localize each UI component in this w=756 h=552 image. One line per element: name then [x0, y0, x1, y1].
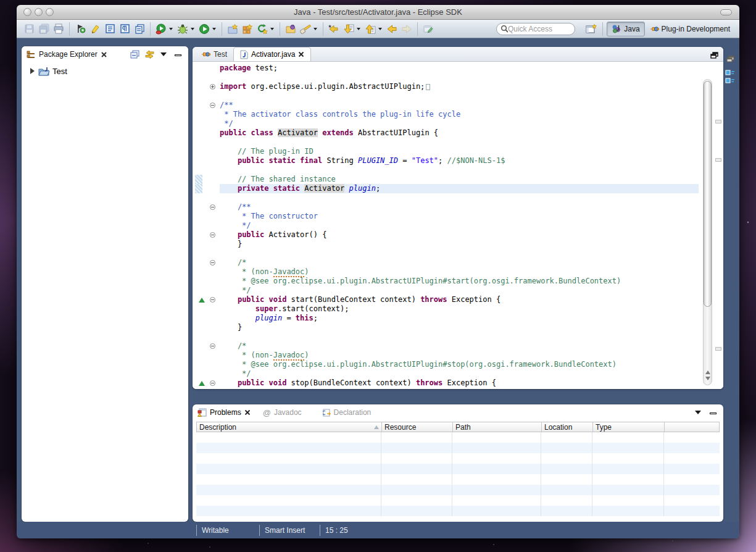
tab-problems[interactable]: Problems	[197, 408, 251, 417]
code-line[interactable]: /**	[193, 203, 699, 212]
fold-toggle-icon[interactable]	[210, 343, 215, 349]
code-line[interactable]	[193, 165, 699, 175]
scrollbar-thumb[interactable]	[704, 81, 712, 307]
override-indicator-icon[interactable]	[199, 298, 205, 303]
code-line[interactable]: // The plug-in ID	[193, 147, 699, 156]
expand-arrow-icon[interactable]	[30, 68, 35, 74]
close-tab-icon[interactable]	[244, 409, 251, 416]
new-wizard-icon[interactable]	[255, 22, 270, 36]
code-editor[interactable]: package test;import org.eclipse.ui.plugi…	[193, 62, 723, 389]
dropdown-arrow-icon[interactable]	[378, 28, 382, 30]
new-feature-project-icon[interactable]	[240, 22, 255, 36]
overview-annotation-mark[interactable]	[715, 120, 721, 123]
code-line[interactable]	[193, 73, 699, 82]
print-icon[interactable]	[51, 22, 66, 36]
tab-declaration[interactable]: Declaration	[323, 408, 372, 417]
scroll-up-arrow-icon[interactable]	[705, 370, 710, 374]
code-line[interactable]: }	[193, 323, 699, 332]
back-icon[interactable]	[384, 22, 399, 36]
show-selected-element-icon[interactable]	[132, 22, 147, 36]
code-line[interactable]: package test;	[193, 64, 699, 73]
debug-icon[interactable]	[175, 22, 190, 36]
perspective-java-button[interactable]: Java	[607, 22, 644, 36]
scroll-down-arrow-icon[interactable]	[705, 377, 710, 380]
dropdown-arrow-icon[interactable]	[357, 28, 360, 30]
save-icon[interactable]	[22, 22, 36, 36]
mark-occurrences-icon[interactable]	[88, 22, 102, 36]
code-line[interactable]	[193, 138, 699, 147]
restore-view-icon[interactable]	[726, 54, 734, 65]
code-line[interactable]	[193, 91, 699, 101]
code-line[interactable]: super.start(context);	[193, 304, 699, 314]
code-line[interactable]: public class Activator extends AbstractU…	[193, 128, 699, 138]
tab-javadoc[interactable]: @ Javadoc	[263, 408, 302, 417]
new-plugin-project-icon[interactable]	[225, 22, 240, 36]
minimize-view-icon[interactable]	[707, 408, 718, 417]
column-header-type[interactable]: Type	[593, 422, 665, 432]
overview-annotation-mark[interactable]	[715, 158, 721, 162]
column-header-blank[interactable]	[665, 422, 719, 432]
table-row[interactable]	[196, 495, 720, 506]
close-view-icon[interactable]	[101, 51, 107, 58]
vertical-scrollbar[interactable]	[703, 79, 712, 385]
previous-annotation-icon[interactable]	[363, 22, 378, 36]
back-to-last-edit-icon[interactable]	[326, 22, 341, 36]
fold-toggle-icon[interactable]	[210, 204, 215, 210]
table-row[interactable]	[196, 432, 720, 443]
code-line[interactable]: */	[193, 119, 699, 128]
column-header-description[interactable]: Description	[197, 422, 382, 432]
code-line[interactable]: // The shared instance	[193, 175, 699, 184]
code-line[interactable]: * (non-Javadoc)	[193, 267, 699, 277]
code-line[interactable]: public void start(BundleContext context)…	[193, 295, 699, 304]
code-line[interactable]: * @see org.eclipse.ui.plugin.AbstractUIP…	[193, 360, 699, 369]
table-row[interactable]	[196, 453, 720, 464]
code-line[interactable]: */	[193, 221, 699, 230]
code-line[interactable]: */	[193, 369, 699, 378]
tree-item-test[interactable]: Test	[30, 65, 188, 77]
dropdown-arrow-icon[interactable]	[314, 28, 317, 30]
code-line[interactable]	[193, 193, 699, 203]
collapse-all-icon[interactable]	[130, 49, 141, 59]
editor-tab-activator[interactable]: Activator.java	[233, 47, 311, 61]
code-line[interactable]	[193, 332, 699, 341]
show-source-icon[interactable]	[102, 22, 117, 36]
show-whitespace-icon[interactable]	[117, 22, 132, 36]
editor-tab-test[interactable]: Test	[195, 47, 233, 61]
toolbar-toggle-icon[interactable]	[720, 9, 732, 15]
column-header-location[interactable]: Location	[542, 422, 593, 432]
code-line[interactable]: private static Activator plugin;	[193, 184, 699, 193]
fold-toggle-icon[interactable]	[210, 84, 215, 90]
view-menu-icon[interactable]	[692, 408, 704, 417]
open-plugin-artifact-icon[interactable]	[283, 22, 298, 36]
fold-toggle-icon[interactable]	[210, 260, 215, 266]
fold-toggle-icon[interactable]	[210, 297, 215, 303]
next-annotation-icon[interactable]	[341, 22, 356, 36]
new-java-class-icon[interactable]	[73, 22, 88, 36]
open-perspective-icon[interactable]	[584, 22, 599, 36]
dropdown-arrow-icon[interactable]	[270, 28, 274, 30]
fold-toggle-icon[interactable]	[210, 380, 215, 386]
code-line[interactable]: /**	[193, 101, 699, 110]
code-line[interactable]: public void stop(BundleContext context) …	[193, 378, 699, 388]
dropdown-arrow-icon[interactable]	[191, 28, 194, 30]
open-task-icon[interactable]	[421, 22, 436, 36]
code-line[interactable]: /*	[193, 341, 699, 351]
link-with-editor-icon[interactable]	[144, 49, 155, 59]
title-bar[interactable]: Java - Test/src/test/Activator.java - Ec…	[17, 5, 739, 20]
run-external-tools-icon[interactable]	[154, 22, 168, 36]
column-header-resource[interactable]: Resource	[382, 422, 453, 432]
override-indicator-icon[interactable]	[199, 381, 205, 386]
table-row[interactable]	[196, 474, 720, 485]
save-all-icon[interactable]	[36, 22, 51, 36]
fold-toggle-icon[interactable]	[210, 102, 215, 108]
outline-view-icon[interactable]	[725, 70, 735, 88]
code-line[interactable]: plugin = this;	[193, 314, 699, 323]
perspective-pde-button[interactable]: Plug-in Development	[645, 22, 734, 36]
code-line[interactable]: * The activator class controls the plug-…	[193, 110, 699, 119]
code-line[interactable]: * @see org.eclipse.ui.plugin.AbstractUIP…	[193, 277, 699, 286]
dropdown-arrow-icon[interactable]	[212, 28, 216, 30]
code-line[interactable]: */	[193, 286, 699, 295]
table-row[interactable]	[196, 485, 720, 495]
code-line[interactable]: * The constructor	[193, 212, 699, 221]
code-text[interactable]: package test;import org.eclipse.ui.plugi…	[193, 62, 699, 389]
